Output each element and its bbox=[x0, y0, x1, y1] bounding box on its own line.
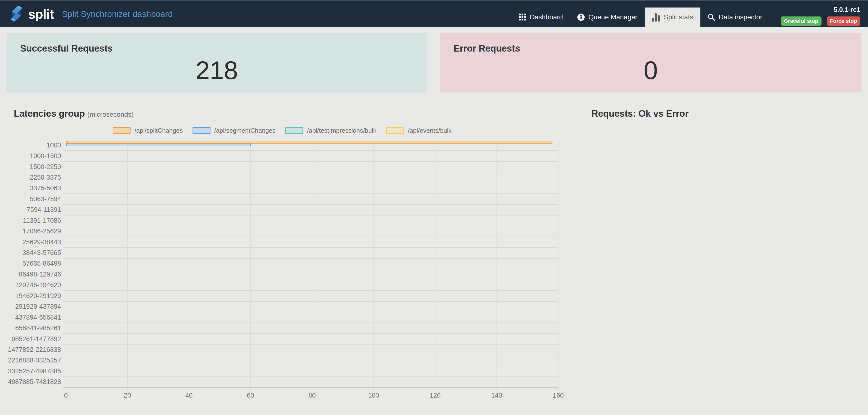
legend-label: /api/events/bulk bbox=[408, 127, 452, 134]
nav-item-dashboard[interactable]: Dashboard bbox=[512, 7, 570, 27]
force-stop-button[interactable]: Force stop bbox=[827, 17, 860, 26]
nav-right-group: 5.0.1-rc1 Graceful stop Force stop bbox=[781, 6, 860, 27]
y-axis-tick-label: 57665-86498 bbox=[0, 258, 61, 269]
legend-item[interactable]: /api/segmentChanges bbox=[192, 127, 276, 134]
y-axis-tick-label: 437894-656841 bbox=[0, 312, 61, 323]
bar-api-segmentChanges bbox=[66, 143, 251, 146]
nav-item-queue-manager[interactable]: Queue Manager bbox=[570, 7, 645, 27]
gridline-horizontal bbox=[63, 247, 558, 248]
bar-api-splitChanges bbox=[66, 141, 552, 143]
y-axis-tick-label: 1500-2250 bbox=[0, 161, 61, 172]
y-axis-tick-label: 291929-437894 bbox=[0, 301, 61, 312]
bar-chart-icon bbox=[652, 13, 660, 22]
nav-label: Dashboard bbox=[530, 13, 563, 21]
gridline-horizontal bbox=[63, 355, 558, 355]
y-axis-tick-label: 1000 bbox=[0, 140, 61, 151]
gridline-horizontal bbox=[63, 333, 558, 334]
search-icon bbox=[708, 13, 715, 21]
gridline-vertical bbox=[435, 140, 435, 390]
y-axis-tick-label: 11391-17086 bbox=[0, 215, 61, 226]
y-axis-tick-label: 3325257-4987885 bbox=[0, 366, 61, 377]
gridline-horizontal bbox=[63, 344, 558, 345]
x-axis-tick-label: 80 bbox=[298, 392, 327, 399]
y-axis-tick-label: 194620-291929 bbox=[0, 291, 61, 301]
legend-item[interactable]: /api/events/bulk bbox=[386, 127, 452, 134]
nav-label: Queue Manager bbox=[588, 13, 637, 21]
y-axis-tick-label: 129746-194620 bbox=[0, 280, 61, 291]
plot-top-border bbox=[63, 140, 558, 140]
y-axis-tick-label: 17086-25629 bbox=[0, 226, 61, 236]
brand-name: split bbox=[28, 6, 54, 22]
y-axis-tick-label: 3375-5063 bbox=[0, 183, 61, 194]
x-axis-tick-label: 160 bbox=[544, 392, 573, 399]
gridline-horizontal bbox=[63, 290, 558, 291]
latencies-title-text: Latencies group bbox=[14, 108, 85, 119]
y-axis-line bbox=[66, 140, 66, 390]
main-nav: Dashboard Queue Manager bbox=[512, 1, 769, 27]
legend-swatch bbox=[113, 127, 130, 134]
gridline-horizontal bbox=[63, 215, 558, 216]
successful-requests-card: Successful Requests 218 bbox=[6, 33, 427, 93]
x-axis-tick-label: 20 bbox=[113, 392, 142, 399]
y-axis-tick-label: 1477892-2216838 bbox=[0, 344, 61, 355]
y-axis-tick-label: 7594-11391 bbox=[0, 204, 61, 215]
gridline-horizontal bbox=[63, 161, 558, 162]
legend-swatch bbox=[285, 127, 303, 134]
grid-icon bbox=[519, 13, 526, 21]
gridline-vertical bbox=[496, 140, 497, 390]
y-axis-tick-label: 1000-1500 bbox=[0, 151, 61, 161]
successful-requests-value: 218 bbox=[20, 58, 413, 83]
legend-label: /api/segmentChanges bbox=[214, 127, 276, 134]
gridline-horizontal bbox=[63, 236, 558, 237]
card-title: Error Requests bbox=[454, 43, 848, 54]
legend-item[interactable]: /api/testImpressions/bulk bbox=[285, 127, 376, 134]
y-axis-tick-label: 5063-7594 bbox=[0, 194, 61, 204]
x-axis-tick-label: 40 bbox=[175, 392, 204, 399]
gridline-vertical bbox=[558, 140, 558, 390]
legend-item[interactable]: /api/splitChanges bbox=[113, 127, 183, 134]
gridline-vertical bbox=[250, 140, 251, 390]
gridline-horizontal bbox=[63, 377, 558, 377]
y-axis-tick-label: 985261-1477892 bbox=[0, 333, 61, 344]
error-requests-value: 0 bbox=[454, 58, 848, 83]
gridline-horizontal bbox=[63, 204, 558, 205]
y-axis-tick-label: 2216838-3325257 bbox=[0, 355, 61, 366]
gridline-horizontal bbox=[63, 193, 558, 194]
x-axis-tick-label: 120 bbox=[421, 392, 450, 399]
y-axis-tick-label: 656841-985261 bbox=[0, 323, 61, 333]
nav-item-split-stats[interactable]: Split stats bbox=[645, 7, 701, 27]
y-axis-tick-label: 38443-57665 bbox=[0, 248, 61, 258]
graceful-stop-button[interactable]: Graceful stop bbox=[781, 17, 822, 26]
gridline-horizontal bbox=[63, 280, 558, 280]
nav-item-data-inspector[interactable]: Data inspector bbox=[701, 7, 770, 27]
card-title: Successful Requests bbox=[20, 43, 413, 54]
info-icon bbox=[578, 13, 585, 21]
latencies-title-unit: (microseconds) bbox=[87, 110, 134, 118]
gridline-horizontal bbox=[63, 172, 558, 172]
nav-label: Data inspector bbox=[719, 13, 763, 21]
gridline-vertical bbox=[127, 140, 128, 390]
gridline-horizontal bbox=[63, 226, 558, 226]
gridline-horizontal bbox=[63, 183, 558, 183]
latencies-chart-title: Latencies group(microseconds) bbox=[14, 108, 134, 119]
y-axis-tick-label: 4987885-7481828 bbox=[0, 377, 61, 387]
version-label: 5.0.1-rc1 bbox=[834, 6, 860, 13]
requests-chart-title: Requests: Ok vs Error bbox=[591, 108, 688, 119]
y-axis-tick-label: 25629-38443 bbox=[0, 237, 61, 248]
x-axis-tick-label: 100 bbox=[359, 392, 388, 399]
y-axis-tick-label: 86498-129746 bbox=[0, 269, 61, 280]
nav-label: Split stats bbox=[664, 13, 693, 21]
y-axis-tick-label: 2250-3375 bbox=[0, 172, 61, 183]
gridline-horizontal bbox=[63, 312, 558, 312]
gridline-horizontal bbox=[63, 322, 558, 323]
gridline-horizontal bbox=[63, 269, 558, 269]
gridline-horizontal bbox=[63, 387, 558, 388]
legend-label: /api/testImpressions/bulk bbox=[307, 127, 376, 134]
gridline-vertical bbox=[373, 140, 374, 390]
brand[interactable]: split Split Synchronizer dashboard bbox=[9, 1, 173, 27]
error-requests-card: Error Requests 0 bbox=[440, 33, 862, 93]
legend-swatch bbox=[192, 127, 211, 134]
gridline-vertical bbox=[189, 140, 189, 390]
split-logo-icon bbox=[9, 5, 23, 23]
legend-label: /api/splitChanges bbox=[134, 127, 183, 134]
